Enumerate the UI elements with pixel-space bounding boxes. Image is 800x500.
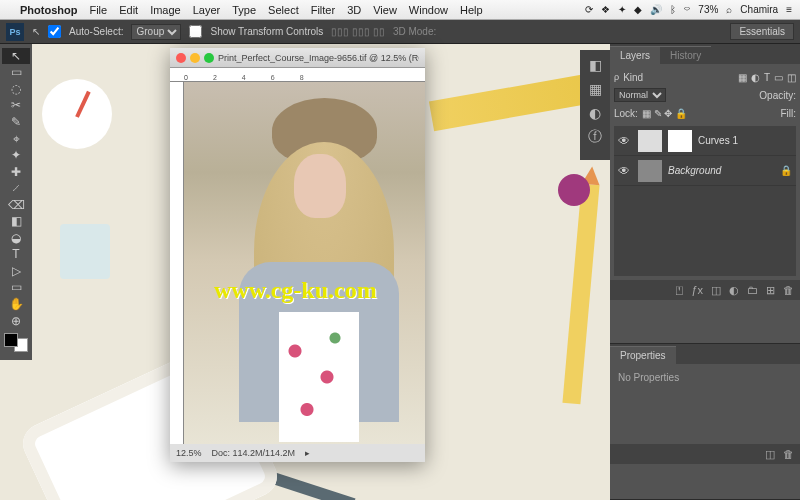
menubar-battery[interactable]: 73%	[698, 4, 718, 15]
layer-mask-icon[interactable]: ◫	[711, 284, 721, 297]
ruler-mark: 8	[300, 74, 304, 81]
menu-filter[interactable]: Filter	[311, 4, 335, 16]
eraser-tool[interactable]: ⌫	[2, 197, 30, 213]
new-layer-icon[interactable]: ⊞	[766, 284, 775, 297]
auto-select-checkbox[interactable]	[48, 25, 61, 38]
properties-panel: Properties No Properties ◫ 🗑	[610, 344, 800, 500]
no-properties-text: No Properties	[618, 372, 679, 383]
layer-fx-icon[interactable]: ƒx	[691, 284, 703, 296]
gradient-tool[interactable]: ⟋	[2, 180, 30, 196]
tab-properties[interactable]: Properties	[610, 346, 676, 364]
status-arrow-icon[interactable]: ▸	[305, 448, 310, 458]
ruler-mark: 6	[271, 74, 275, 81]
layer-name[interactable]: Curves 1	[698, 135, 738, 146]
layer-list: 👁 Curves 1 👁 Background 🔒	[614, 126, 796, 276]
lock-icon: 🔒	[780, 165, 792, 176]
color-panel-icon[interactable]: ◧	[580, 54, 610, 76]
adjustments-panel-icon[interactable]: ◐	[580, 102, 610, 124]
align-icons[interactable]: ▯▯▯ ▯▯▯ ▯▯	[331, 26, 385, 37]
menu-image[interactable]: Image	[150, 4, 181, 16]
eyedropper-tool[interactable]: ✎	[2, 114, 30, 130]
visibility-icon[interactable]: 👁	[618, 134, 632, 148]
color-swatch[interactable]	[4, 333, 28, 352]
link-layers-icon[interactable]: ⍞	[676, 284, 683, 296]
new-group-icon[interactable]: 🗀	[747, 284, 758, 296]
workspace-switcher[interactable]: Essentials	[730, 23, 794, 40]
type-tool[interactable]: T	[2, 247, 30, 263]
hand-tool[interactable]: ✋	[2, 296, 30, 312]
menu-edit[interactable]: Edit	[119, 4, 138, 16]
marquee-tool[interactable]: ▭	[2, 65, 30, 81]
menubar-dropbox-icon[interactable]: ◆	[634, 4, 642, 15]
menubar-icon[interactable]: ✦	[618, 4, 626, 15]
filter-adjust-icon[interactable]: ◐	[751, 72, 760, 83]
app-name[interactable]: Photoshop	[20, 4, 77, 16]
auto-select-dropdown[interactable]: Group	[131, 24, 181, 40]
ruler-vertical[interactable]	[170, 82, 184, 444]
menubar-wifi-icon[interactable]: ⌔	[684, 4, 690, 15]
menu-3d[interactable]: 3D	[347, 4, 361, 16]
menu-help[interactable]: Help	[460, 4, 483, 16]
layer-mask-thumb[interactable]	[668, 130, 692, 152]
tab-layers[interactable]: Layers	[610, 46, 660, 64]
layer-thumb[interactable]	[638, 160, 662, 182]
zoom-level[interactable]: 12.5%	[176, 448, 202, 458]
visibility-icon[interactable]: 👁	[618, 164, 632, 178]
new-adjustment-icon[interactable]: ◐	[729, 284, 739, 297]
menubar-sync-icon[interactable]: ⟳	[585, 4, 593, 15]
filter-pixel-icon[interactable]: ▦	[738, 72, 747, 83]
panel-clip-icon[interactable]: ◫	[765, 448, 775, 461]
lock-icons[interactable]: ▦ ✎ ✥ 🔒	[642, 108, 687, 119]
canvas[interactable]: www.cg-ku.com	[184, 82, 425, 444]
minimize-icon[interactable]	[190, 53, 200, 63]
menu-select[interactable]: Select	[268, 4, 299, 16]
crop-tool[interactable]: ✂	[2, 98, 30, 114]
ruler-horizontal[interactable]: 0 2 4 6 8	[170, 68, 425, 82]
menu-type[interactable]: Type	[232, 4, 256, 16]
shape-tool[interactable]: ▭	[2, 280, 30, 296]
close-icon[interactable]	[176, 53, 186, 63]
menu-layer[interactable]: Layer	[193, 4, 221, 16]
doc-size[interactable]: Doc: 114.2M/114.2M	[212, 448, 296, 458]
filter-shape-icon[interactable]: ▭	[774, 72, 783, 83]
delete-layer-icon[interactable]: 🗑	[783, 284, 794, 296]
zoom-icon[interactable]	[204, 53, 214, 63]
menubar-bluetooth-icon[interactable]: ᛒ	[670, 4, 676, 15]
menubar-icon[interactable]: ❖	[601, 4, 610, 15]
ruler-mark: 4	[242, 74, 246, 81]
pen-tool[interactable]: ◒	[2, 230, 30, 246]
filter-type-icon[interactable]: T	[764, 72, 770, 83]
menubar-search-icon[interactable]: ⌕	[726, 4, 732, 15]
3d-mode-label: 3D Mode:	[393, 26, 436, 37]
move-tool[interactable]: ↖	[2, 48, 30, 64]
menubar-volume-icon[interactable]: 🔊	[650, 4, 662, 15]
styles-panel-icon[interactable]: ⓕ	[580, 126, 610, 148]
menu-window[interactable]: Window	[409, 4, 448, 16]
brush-tool[interactable]: ✦	[2, 147, 30, 163]
move-tool-icon[interactable]: ↖	[32, 26, 40, 37]
panel-delete-icon[interactable]: 🗑	[783, 448, 794, 460]
tab-history[interactable]: History	[660, 46, 711, 64]
spot-heal-tool[interactable]: ⌖	[2, 131, 30, 147]
layer-name[interactable]: Background	[668, 165, 721, 176]
lasso-tool[interactable]: ◌	[2, 81, 30, 97]
menu-file[interactable]: File	[89, 4, 107, 16]
layer-thumb-curves-icon[interactable]	[638, 130, 662, 152]
menubar-notification-icon[interactable]: ≡	[786, 4, 792, 15]
layer-row[interactable]: 👁 Curves 1	[614, 126, 796, 156]
filter-smart-icon[interactable]: ◫	[787, 72, 796, 83]
swatches-panel-icon[interactable]: ▦	[580, 78, 610, 100]
path-tool[interactable]: ▷	[2, 263, 30, 279]
mac-menubar: Photoshop File Edit Image Layer Type Sel…	[0, 0, 800, 20]
dodge-tool[interactable]: ◧	[2, 213, 30, 229]
wallpaper-cup-illustration	[60, 224, 110, 279]
show-transform-checkbox[interactable]	[189, 25, 202, 38]
stamp-tool[interactable]: ✚	[2, 164, 30, 180]
layer-row[interactable]: 👁 Background 🔒	[614, 156, 796, 186]
menu-view[interactable]: View	[373, 4, 397, 16]
document-titlebar[interactable]: Print_Perfect_Course_Image-9656.tif @ 12…	[170, 48, 425, 68]
filter-kind-label: Kind	[623, 72, 643, 83]
zoom-tool[interactable]: ⊕	[2, 313, 30, 329]
blend-mode-select[interactable]: Normal	[614, 88, 666, 102]
menubar-user[interactable]: Chamira	[740, 4, 778, 15]
